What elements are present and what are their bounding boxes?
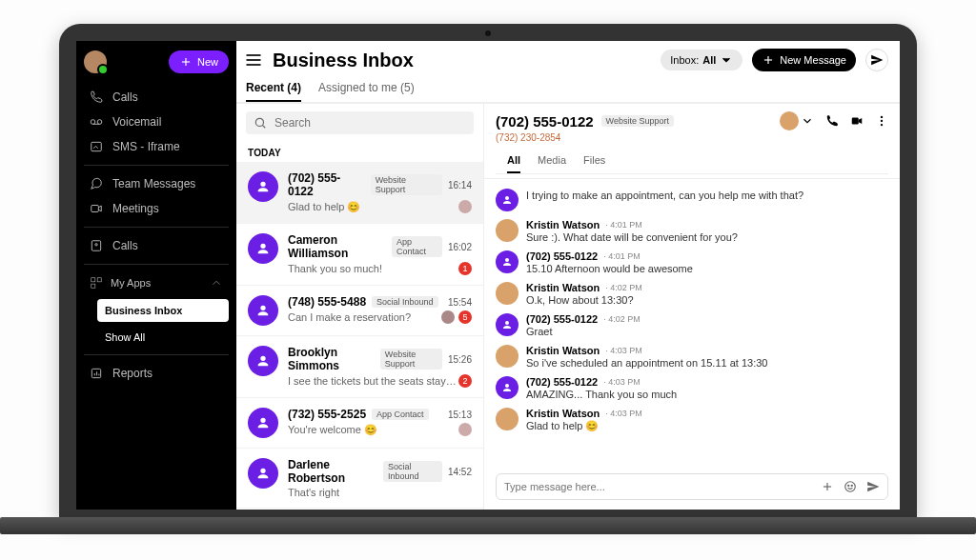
thread-tab-files[interactable]: Files [583, 150, 605, 173]
conversation-row[interactable]: (732) 555-2525App Contact15:13You're wel… [236, 398, 483, 449]
add-icon[interactable] [821, 480, 834, 493]
myapps-toggle[interactable]: My Apps [84, 270, 229, 295]
new-button[interactable]: New [169, 50, 229, 73]
composer-input[interactable] [504, 481, 811, 492]
message-avatar [496, 345, 518, 368]
nav-label: SMS - Iframe [112, 140, 180, 153]
conversation-preview: Glad to help 😊 [288, 201, 458, 213]
conversation-name: (748) 555-5488 [288, 295, 366, 309]
message-text: So i've scheduled an appointment on 15.1… [526, 357, 888, 369]
nav-reports[interactable]: Reports [84, 361, 229, 386]
svg-rect-6 [92, 206, 99, 212]
svg-point-23 [881, 124, 883, 126]
phone-icon [90, 90, 103, 104]
tab-assigned[interactable]: Assigned to me (5) [318, 73, 415, 102]
message-avatar [496, 282, 518, 305]
inbox-label: Inbox: [670, 54, 699, 66]
call-icon[interactable] [825, 114, 839, 128]
search-box[interactable] [246, 111, 474, 134]
send-icon[interactable] [866, 480, 880, 493]
message-sender: (702) 555-0122 [526, 313, 598, 325]
chevron-down-icon [801, 114, 814, 128]
nav-label: Calls [112, 239, 138, 252]
video-icon[interactable] [850, 114, 864, 128]
assignee-picker[interactable] [780, 111, 814, 130]
composer[interactable] [496, 473, 888, 500]
message-row: Kristin Watson· 4:01 PMSure :). What dat… [496, 215, 888, 247]
mini-avatar [458, 423, 472, 436]
message-time: · 4:01 PM [603, 251, 640, 261]
conversation-tag: Social Inbound [383, 461, 442, 482]
announce-icon[interactable] [865, 49, 888, 71]
conversation-preview: That's right [288, 487, 472, 498]
menu-icon[interactable] [244, 50, 263, 70]
sidebar-item-business-inbox[interactable]: Business Inbox [97, 299, 229, 322]
message-row: Kristin Watson· 4:03 PMGlad to help 😊 [496, 404, 888, 436]
thread-tab-media[interactable]: Media [538, 150, 566, 173]
message-time: · 4:03 PM [603, 377, 640, 387]
message-sender: (702) 555-0122 [526, 376, 598, 388]
conversation-time: 15:54 [448, 297, 472, 308]
message-sender: Kristin Watson [526, 345, 600, 356]
conversation-time: 14:52 [448, 467, 472, 477]
conversation-name: (702) 555-0122 [288, 171, 365, 198]
message-avatar [496, 189, 518, 211]
inbox-filter[interactable]: Inbox: All [661, 50, 742, 70]
thread-title: (702) 555-0122 [496, 113, 594, 130]
conversation-row[interactable]: Cameron WilliamsonApp Contact16:02Thank … [236, 224, 483, 286]
nav-team-messages[interactable]: Team Messages [84, 171, 229, 196]
thread-tab-all[interactable]: All [507, 150, 520, 173]
nav-meetings[interactable]: Meetings [84, 196, 229, 221]
main: Business Inbox Inbox: All New Message Re… [236, 41, 900, 510]
svg-point-27 [848, 485, 849, 486]
nav-label: Reports [112, 367, 152, 380]
conversation-preview: I see the tickets but the seats stayed a… [288, 375, 458, 387]
search-input[interactable] [274, 116, 466, 130]
conversation-preview: You're welcome 😊 [288, 424, 458, 436]
conversation-row[interactable]: Darlene RobertsonSocial Inbound14:52That… [236, 449, 483, 509]
sms-icon [90, 140, 103, 153]
svg-point-2 [91, 120, 95, 125]
search-icon [254, 116, 267, 130]
nav-sms[interactable]: SMS - Iframe [84, 134, 229, 159]
new-message-label: New Message [780, 54, 846, 66]
message-row: Kristin Watson· 4:02 PMO.k, How about 13… [496, 278, 888, 310]
conversation-name: Brooklyn Simmons [288, 346, 375, 372]
unread-badge: 5 [458, 310, 472, 324]
svg-point-3 [97, 120, 102, 125]
emoji-icon[interactable] [844, 480, 857, 493]
user-avatar[interactable] [84, 50, 107, 73]
nav-label: Calls [112, 90, 138, 104]
nav-voicemail[interactable]: Voicemail [84, 110, 229, 134]
svg-rect-9 [92, 278, 95, 282]
conversation-name: Cameron Williamson [288, 233, 386, 260]
new-label: New [197, 56, 218, 68]
new-message-button[interactable]: New Message [752, 49, 856, 71]
svg-rect-20 [852, 118, 859, 125]
nav-calls[interactable]: Calls [84, 85, 229, 110]
assignee-avatar [780, 111, 799, 130]
message-text: Sure :). What date will be convenient fo… [526, 231, 888, 243]
sidebar-show-all[interactable]: Show All [97, 326, 229, 349]
more-icon[interactable] [875, 114, 888, 128]
conversation-row[interactable]: (748) 555-5488Social Inbound15:54Can I m… [236, 286, 483, 336]
message-row: (702) 555-0122· 4:01 PM15.10 Afternoon w… [496, 247, 888, 278]
message-row: (702) 555-0122· 4:03 PMAMAZING... Thank … [496, 372, 888, 404]
camera-dot [485, 30, 491, 36]
contacts-icon [90, 239, 103, 252]
divider [84, 227, 229, 228]
conversation-row[interactable]: (702) 555-0122Website Support16:14Glad t… [236, 162, 483, 224]
message-sender: Kristin Watson [526, 219, 600, 230]
message-avatar [496, 313, 518, 336]
nav-calls-2[interactable]: Calls [84, 233, 229, 258]
tab-recent[interactable]: Recent (4) [246, 73, 301, 102]
message-time: · 4:02 PM [605, 283, 642, 292]
conversation-row[interactable]: Brooklyn SimmonsWebsite Support15:26I se… [236, 336, 483, 398]
message-text: 15.10 Afternoon would be awesome [526, 263, 888, 274]
message-text: Glad to help 😊 [526, 420, 888, 432]
svg-point-21 [881, 116, 883, 118]
laptop-base [0, 517, 976, 534]
svg-rect-12 [92, 369, 100, 377]
conversation-tag: App Contact [392, 236, 442, 257]
message-row: (702) 555-0122· 4:02 PMGraet [496, 310, 888, 341]
